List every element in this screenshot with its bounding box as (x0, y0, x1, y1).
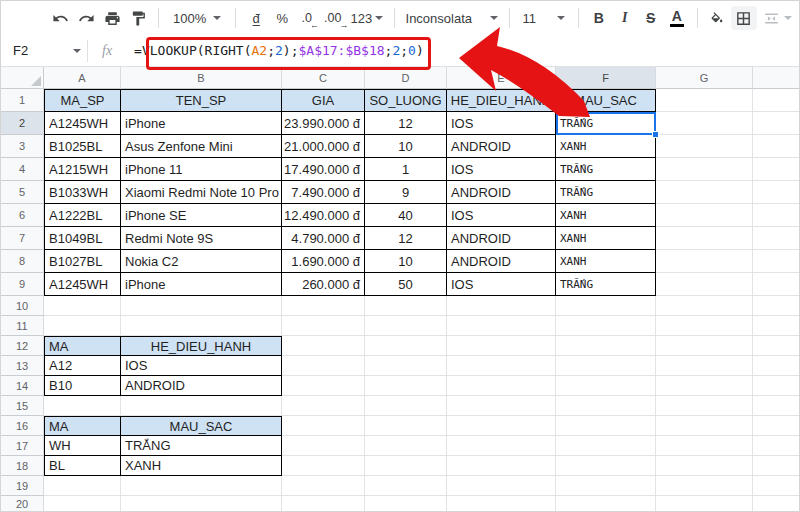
cell-B20[interactable] (121, 496, 282, 512)
cell-F3[interactable]: XANH (556, 135, 656, 158)
row-header-13[interactable]: 13 (1, 356, 44, 376)
row-header-8[interactable]: 8 (1, 250, 44, 273)
cell-A6[interactable]: A1222BL (44, 204, 121, 227)
undo-button[interactable] (47, 6, 73, 30)
cell-D16[interactable] (365, 416, 447, 436)
cell-C5[interactable]: 7.490.000 đ (282, 181, 365, 204)
cell-C7[interactable]: 4.790.000 đ (282, 227, 365, 250)
row-header-18[interactable]: 18 (1, 456, 44, 476)
cell-A10[interactable] (44, 296, 121, 316)
cell-C4[interactable]: 17.490.000 đ (282, 158, 365, 181)
cell-B13[interactable]: IOS (121, 356, 282, 376)
cell-X9[interactable] (753, 273, 800, 296)
cell-C2[interactable]: 23.990.000 đ (282, 112, 365, 135)
decrease-decimal-button[interactable]: .0← (295, 6, 321, 30)
cell-A4[interactable]: A1215WH (44, 158, 121, 181)
cell-A1[interactable]: MA_SP (44, 89, 121, 112)
paint-format-button[interactable] (125, 6, 151, 30)
cell-A19[interactable] (44, 476, 121, 496)
percent-format-button[interactable]: % (269, 6, 295, 30)
cell-B8[interactable]: Nokia C2 (121, 250, 282, 273)
cell-X12[interactable] (753, 336, 800, 356)
cell-C17[interactable] (282, 436, 365, 456)
column-header-F[interactable]: F (556, 67, 656, 89)
row-header-2[interactable]: 2 (1, 112, 44, 135)
cell-B11[interactable] (121, 316, 282, 336)
cell-B18[interactable]: XANH (121, 456, 282, 476)
italic-button[interactable]: I (612, 6, 638, 30)
cell-F14[interactable] (556, 376, 656, 396)
cell-D14[interactable] (365, 376, 447, 396)
redo-button[interactable] (73, 6, 99, 30)
cell-G6[interactable] (656, 204, 753, 227)
column-header-B[interactable]: B (121, 67, 282, 89)
cell-C18[interactable] (282, 456, 365, 476)
cell-A16[interactable]: MA (44, 416, 121, 436)
row-header-1[interactable]: 1 (1, 89, 44, 112)
cell-D18[interactable] (365, 456, 447, 476)
cell-D7[interactable]: 12 (365, 227, 447, 250)
cell-B19[interactable] (121, 476, 282, 496)
cell-D5[interactable]: 9 (365, 181, 447, 204)
cell-A18[interactable]: BL (44, 456, 121, 476)
cell-X4[interactable] (753, 158, 800, 181)
cell-B9[interactable]: iPhone (121, 273, 282, 296)
cell-E8[interactable]: ANDROID (447, 250, 556, 273)
number-format-button[interactable]: 123 (347, 6, 386, 30)
cell-C14[interactable] (282, 376, 365, 396)
cell-D2[interactable]: 12 (365, 112, 447, 135)
cell-E12[interactable] (447, 336, 556, 356)
print-button[interactable] (99, 6, 125, 30)
cell-E2[interactable]: IOS (447, 112, 556, 135)
row-header-15[interactable]: 15 (1, 396, 44, 416)
cell-G2[interactable] (656, 112, 753, 135)
cell-G16[interactable] (656, 416, 753, 436)
cell-C9[interactable]: 260.000 đ (282, 273, 365, 296)
cell-G13[interactable] (656, 356, 753, 376)
cell-F19[interactable] (556, 476, 656, 496)
cell-D17[interactable] (365, 436, 447, 456)
select-all-corner[interactable] (1, 67, 44, 89)
cell-B7[interactable]: Redmi Note 9S (121, 227, 282, 250)
cell-E11[interactable] (447, 316, 556, 336)
font-size-select[interactable]: 11 (517, 6, 571, 30)
increase-decimal-button[interactable]: .00→ (321, 6, 347, 30)
cell-A3[interactable]: B1025BL (44, 135, 121, 158)
cell-E9[interactable]: IOS (447, 273, 556, 296)
cell-E1[interactable]: HE_DIEU_HANH (447, 89, 556, 112)
cell-G8[interactable] (656, 250, 753, 273)
cell-G20[interactable] (656, 496, 753, 512)
cell-B12[interactable]: HE_DIEU_HANH (121, 336, 282, 356)
cell-G19[interactable] (656, 476, 753, 496)
cell-F13[interactable] (556, 356, 656, 376)
bold-button[interactable]: B (586, 6, 612, 30)
row-header-20[interactable]: 20 (1, 496, 44, 512)
cell-X14[interactable] (753, 376, 800, 396)
text-color-button[interactable]: A (664, 6, 690, 30)
cell-B16[interactable]: MAU_SAC (121, 416, 282, 436)
row-header-5[interactable]: 5 (1, 181, 44, 204)
cell-D6[interactable]: 40 (365, 204, 447, 227)
cell-E14[interactable] (447, 376, 556, 396)
cell-D15[interactable] (365, 396, 447, 416)
cell-B2[interactable]: iPhone (121, 112, 282, 135)
cell-D11[interactable] (365, 316, 447, 336)
cell-G17[interactable] (656, 436, 753, 456)
cell-X1[interactable] (753, 89, 800, 112)
cell-X5[interactable] (753, 181, 800, 204)
cell-F8[interactable]: XANH (556, 250, 656, 273)
column-header-A[interactable]: A (44, 67, 121, 89)
row-header-14[interactable]: 14 (1, 376, 44, 396)
cell-A8[interactable]: B1027BL (44, 250, 121, 273)
row-header-9[interactable]: 9 (1, 273, 44, 296)
cell-X8[interactable] (753, 250, 800, 273)
cell-G7[interactable] (656, 227, 753, 250)
cell-D8[interactable]: 10 (365, 250, 447, 273)
cell-E4[interactable]: IOS (447, 158, 556, 181)
cell-X15[interactable] (753, 396, 800, 416)
cell-A15[interactable] (44, 396, 121, 416)
cell-F12[interactable] (556, 336, 656, 356)
row-header-7[interactable]: 7 (1, 227, 44, 250)
column-header-C[interactable]: C (282, 67, 365, 89)
cell-G14[interactable] (656, 376, 753, 396)
